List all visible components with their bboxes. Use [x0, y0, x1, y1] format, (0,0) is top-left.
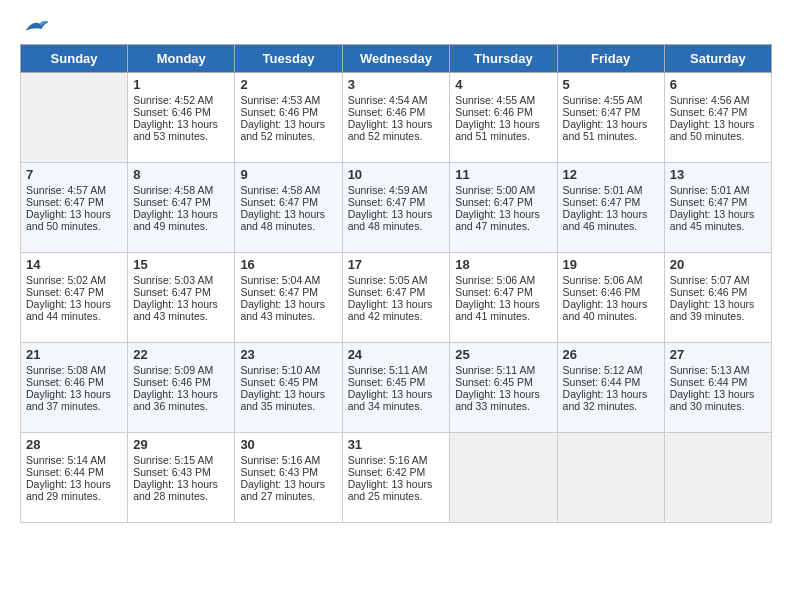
daylight-text: Daylight: 13 hours and 48 minutes. — [240, 208, 336, 232]
sunset-text: Sunset: 6:47 PM — [455, 196, 551, 208]
day-number: 12 — [563, 167, 659, 182]
sunset-text: Sunset: 6:47 PM — [563, 106, 659, 118]
day-number: 6 — [670, 77, 766, 92]
sunset-text: Sunset: 6:46 PM — [348, 106, 445, 118]
sunset-text: Sunset: 6:44 PM — [26, 466, 122, 478]
sunset-text: Sunset: 6:47 PM — [26, 286, 122, 298]
day-number: 28 — [26, 437, 122, 452]
calendar-cell: 17Sunrise: 5:05 AMSunset: 6:47 PMDayligh… — [342, 253, 450, 343]
calendar-cell: 10Sunrise: 4:59 AMSunset: 6:47 PMDayligh… — [342, 163, 450, 253]
sunrise-text: Sunrise: 4:59 AM — [348, 184, 445, 196]
daylight-text: Daylight: 13 hours and 49 minutes. — [133, 208, 229, 232]
day-number: 5 — [563, 77, 659, 92]
day-number: 29 — [133, 437, 229, 452]
sunset-text: Sunset: 6:43 PM — [240, 466, 336, 478]
calendar-cell — [450, 433, 557, 523]
day-number: 23 — [240, 347, 336, 362]
sunrise-text: Sunrise: 5:06 AM — [563, 274, 659, 286]
calendar-cell: 21Sunrise: 5:08 AMSunset: 6:46 PMDayligh… — [21, 343, 128, 433]
daylight-text: Daylight: 13 hours and 28 minutes. — [133, 478, 229, 502]
sunrise-text: Sunrise: 5:07 AM — [670, 274, 766, 286]
daylight-text: Daylight: 13 hours and 51 minutes. — [563, 118, 659, 142]
calendar-cell: 5Sunrise: 4:55 AMSunset: 6:47 PMDaylight… — [557, 73, 664, 163]
daylight-text: Daylight: 13 hours and 50 minutes. — [26, 208, 122, 232]
day-number: 26 — [563, 347, 659, 362]
day-number: 11 — [455, 167, 551, 182]
daylight-text: Daylight: 13 hours and 25 minutes. — [348, 478, 445, 502]
daylight-text: Daylight: 13 hours and 32 minutes. — [563, 388, 659, 412]
sunrise-text: Sunrise: 4:55 AM — [563, 94, 659, 106]
day-number: 2 — [240, 77, 336, 92]
daylight-text: Daylight: 13 hours and 52 minutes. — [348, 118, 445, 142]
sunset-text: Sunset: 6:47 PM — [240, 286, 336, 298]
sunrise-text: Sunrise: 4:58 AM — [133, 184, 229, 196]
sunrise-text: Sunrise: 4:57 AM — [26, 184, 122, 196]
sunset-text: Sunset: 6:44 PM — [563, 376, 659, 388]
sunrise-text: Sunrise: 5:13 AM — [670, 364, 766, 376]
day-number: 15 — [133, 257, 229, 272]
sunrise-text: Sunrise: 5:03 AM — [133, 274, 229, 286]
calendar-cell: 12Sunrise: 5:01 AMSunset: 6:47 PMDayligh… — [557, 163, 664, 253]
sunrise-text: Sunrise: 5:11 AM — [348, 364, 445, 376]
logo — [20, 16, 50, 34]
day-number: 31 — [348, 437, 445, 452]
day-header-monday: Monday — [128, 45, 235, 73]
sunset-text: Sunset: 6:46 PM — [670, 286, 766, 298]
day-header-thursday: Thursday — [450, 45, 557, 73]
day-number: 19 — [563, 257, 659, 272]
day-header-wednesday: Wednesday — [342, 45, 450, 73]
daylight-text: Daylight: 13 hours and 52 minutes. — [240, 118, 336, 142]
calendar-week-row: 7Sunrise: 4:57 AMSunset: 6:47 PMDaylight… — [21, 163, 772, 253]
sunset-text: Sunset: 6:47 PM — [455, 286, 551, 298]
sunrise-text: Sunrise: 5:11 AM — [455, 364, 551, 376]
calendar-cell: 18Sunrise: 5:06 AMSunset: 6:47 PMDayligh… — [450, 253, 557, 343]
calendar-cell: 11Sunrise: 5:00 AMSunset: 6:47 PMDayligh… — [450, 163, 557, 253]
sunset-text: Sunset: 6:44 PM — [670, 376, 766, 388]
calendar-week-row: 21Sunrise: 5:08 AMSunset: 6:46 PMDayligh… — [21, 343, 772, 433]
calendar-cell: 8Sunrise: 4:58 AMSunset: 6:47 PMDaylight… — [128, 163, 235, 253]
sunrise-text: Sunrise: 5:08 AM — [26, 364, 122, 376]
day-number: 25 — [455, 347, 551, 362]
daylight-text: Daylight: 13 hours and 50 minutes. — [670, 118, 766, 142]
calendar-cell: 13Sunrise: 5:01 AMSunset: 6:47 PMDayligh… — [664, 163, 771, 253]
sunset-text: Sunset: 6:46 PM — [455, 106, 551, 118]
daylight-text: Daylight: 13 hours and 43 minutes. — [240, 298, 336, 322]
daylight-text: Daylight: 13 hours and 33 minutes. — [455, 388, 551, 412]
sunset-text: Sunset: 6:47 PM — [348, 196, 445, 208]
day-number: 10 — [348, 167, 445, 182]
sunrise-text: Sunrise: 5:09 AM — [133, 364, 229, 376]
sunrise-text: Sunrise: 5:01 AM — [670, 184, 766, 196]
calendar-cell: 25Sunrise: 5:11 AMSunset: 6:45 PMDayligh… — [450, 343, 557, 433]
calendar-cell: 24Sunrise: 5:11 AMSunset: 6:45 PMDayligh… — [342, 343, 450, 433]
calendar-cell: 23Sunrise: 5:10 AMSunset: 6:45 PMDayligh… — [235, 343, 342, 433]
sunrise-text: Sunrise: 4:55 AM — [455, 94, 551, 106]
day-number: 13 — [670, 167, 766, 182]
calendar-cell: 6Sunrise: 4:56 AMSunset: 6:47 PMDaylight… — [664, 73, 771, 163]
sunrise-text: Sunrise: 5:00 AM — [455, 184, 551, 196]
sunset-text: Sunset: 6:46 PM — [563, 286, 659, 298]
calendar-cell: 30Sunrise: 5:16 AMSunset: 6:43 PMDayligh… — [235, 433, 342, 523]
sunset-text: Sunset: 6:47 PM — [133, 196, 229, 208]
day-number: 27 — [670, 347, 766, 362]
calendar-cell — [21, 73, 128, 163]
day-number: 3 — [348, 77, 445, 92]
page-header — [20, 16, 772, 34]
day-number: 18 — [455, 257, 551, 272]
sunset-text: Sunset: 6:46 PM — [133, 376, 229, 388]
sunrise-text: Sunrise: 4:54 AM — [348, 94, 445, 106]
calendar-cell: 9Sunrise: 4:58 AMSunset: 6:47 PMDaylight… — [235, 163, 342, 253]
calendar-cell: 16Sunrise: 5:04 AMSunset: 6:47 PMDayligh… — [235, 253, 342, 343]
day-number: 20 — [670, 257, 766, 272]
sunrise-text: Sunrise: 4:53 AM — [240, 94, 336, 106]
day-number: 14 — [26, 257, 122, 272]
daylight-text: Daylight: 13 hours and 45 minutes. — [670, 208, 766, 232]
calendar-cell: 1Sunrise: 4:52 AMSunset: 6:46 PMDaylight… — [128, 73, 235, 163]
day-header-saturday: Saturday — [664, 45, 771, 73]
sunrise-text: Sunrise: 5:12 AM — [563, 364, 659, 376]
calendar-cell — [664, 433, 771, 523]
daylight-text: Daylight: 13 hours and 46 minutes. — [563, 208, 659, 232]
calendar-cell: 22Sunrise: 5:09 AMSunset: 6:46 PMDayligh… — [128, 343, 235, 433]
calendar-cell: 15Sunrise: 5:03 AMSunset: 6:47 PMDayligh… — [128, 253, 235, 343]
sunset-text: Sunset: 6:42 PM — [348, 466, 445, 478]
calendar-week-row: 1Sunrise: 4:52 AMSunset: 6:46 PMDaylight… — [21, 73, 772, 163]
